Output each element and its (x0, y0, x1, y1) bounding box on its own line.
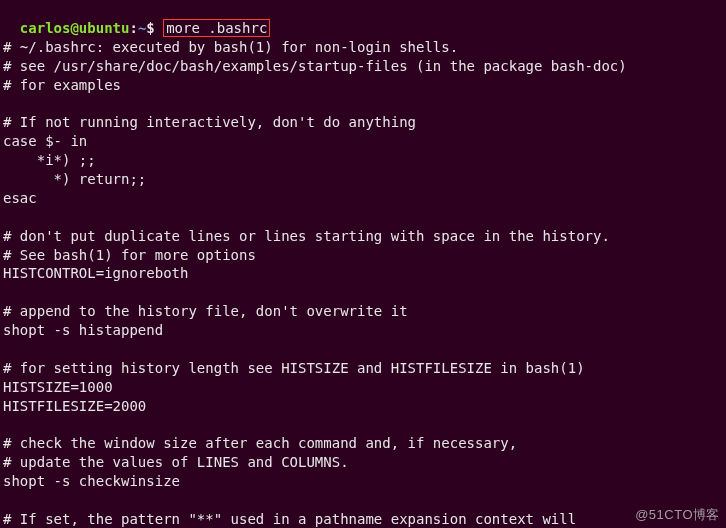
output-line: *) return;; (3, 170, 723, 189)
output-line (3, 491, 723, 510)
output-line: shopt -s histappend (3, 321, 723, 340)
file-output: # ~/.bashrc: executed by bash(1) for non… (3, 38, 723, 528)
output-line: # for examples (3, 76, 723, 95)
output-line: # If set, the pattern "**" used in a pat… (3, 510, 723, 528)
output-line: shopt -s checkwinsize (3, 472, 723, 491)
prompt-line: carlos@ubuntu:~$ more .bashrc (3, 0, 723, 38)
output-line (3, 416, 723, 435)
prompt-colon: : (129, 20, 137, 36)
prompt-user-host: carlos@ubuntu (20, 20, 130, 36)
output-line: # See bash(1) for more options (3, 246, 723, 265)
prompt-symbol: $ (146, 20, 154, 36)
output-line: # append to the history file, don't over… (3, 302, 723, 321)
command-highlight: more .bashrc (163, 19, 270, 37)
output-line: # If not running interactively, don't do… (3, 113, 723, 132)
output-line: case $- in (3, 132, 723, 151)
output-line (3, 340, 723, 359)
output-line: HISTSIZE=1000 (3, 378, 723, 397)
output-line: # see /usr/share/doc/bash/examples/start… (3, 57, 723, 76)
output-line: *i*) ;; (3, 151, 723, 170)
output-line: # for setting history length see HISTSIZ… (3, 359, 723, 378)
output-line: # update the values of LINES and COLUMNS… (3, 453, 723, 472)
output-line (3, 283, 723, 302)
command-text: more .bashrc (166, 20, 267, 36)
output-line: HISTCONTROL=ignoreboth (3, 264, 723, 283)
output-line: esac (3, 189, 723, 208)
output-line: # ~/.bashrc: executed by bash(1) for non… (3, 38, 723, 57)
output-line: # don't put duplicate lines or lines sta… (3, 227, 723, 246)
output-line: HISTFILESIZE=2000 (3, 397, 723, 416)
output-line: # check the window size after each comma… (3, 434, 723, 453)
output-line (3, 94, 723, 113)
output-line (3, 208, 723, 227)
watermark: @51CTO博客 (635, 506, 720, 524)
